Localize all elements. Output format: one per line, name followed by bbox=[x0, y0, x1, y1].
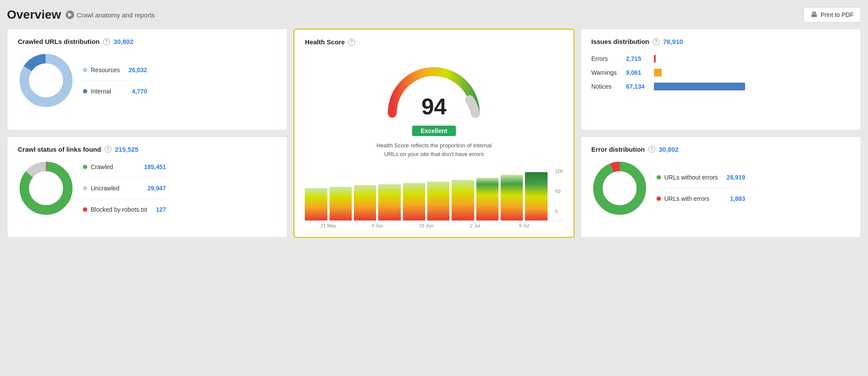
notices-bar-wrap bbox=[654, 82, 850, 91]
legend-blocked: Blocked by robots.txt 127 bbox=[83, 206, 166, 213]
svg-point-6 bbox=[29, 171, 63, 205]
with-errors-dot bbox=[657, 196, 661, 201]
page-header: Overview Crawl anatomy and reports 🖶 Pri… bbox=[7, 7, 861, 23]
issues-errors-row: Errors 2,715 bbox=[591, 54, 850, 63]
bar-label-18jun: 18 Jun bbox=[403, 223, 450, 228]
health-barchart: 100 50 0 21 May 4 Jun 18 Jun 2 Jul 9 Jul bbox=[305, 169, 563, 228]
bar-5 bbox=[403, 169, 425, 220]
error-dist-chart-section: URLs without errors 28,919 URLs with err… bbox=[591, 160, 850, 216]
bar-label-4jun: 4 Jun bbox=[354, 223, 401, 228]
bar-2 bbox=[330, 169, 352, 220]
crawled-dot bbox=[83, 165, 87, 169]
legend-crawled: Crawled 185,451 bbox=[83, 163, 166, 170]
bar-1 bbox=[305, 169, 327, 220]
bar-3 bbox=[354, 169, 376, 220]
crawled-urls-count: 30,802 bbox=[113, 38, 133, 45]
bar-label-21may: 21 May bbox=[305, 223, 352, 228]
crawled-urls-card: Crawled URLs distribution ? 30,802 Resou… bbox=[7, 29, 287, 130]
crawled-urls-svg bbox=[18, 52, 74, 109]
issues-notices-row: Notices 67,134 bbox=[591, 82, 850, 91]
health-score-title: Health Score ? bbox=[305, 38, 563, 46]
printer-icon: 🖶 bbox=[811, 11, 818, 19]
dashboard-grid: Crawled URLs distribution ? 30,802 Resou… bbox=[7, 29, 861, 238]
legend-urls-with-errors: URLs with errors 1,883 bbox=[657, 195, 746, 202]
crawl-status-count: 215,525 bbox=[115, 146, 139, 153]
crawled-urls-chart-section: Resources 26,032 Internal 4,770 bbox=[18, 52, 277, 109]
blocked-dot bbox=[83, 207, 87, 212]
bar-9 bbox=[501, 169, 523, 220]
warnings-bar bbox=[654, 69, 662, 77]
y-axis: 100 50 0 bbox=[555, 169, 563, 216]
play-icon bbox=[66, 10, 74, 19]
svg-point-2 bbox=[29, 63, 63, 97]
issues-dist-title: Issues distribution ? 78,910 bbox=[591, 38, 850, 45]
error-dist-card: Error distribution ? 30,802 URLs without… bbox=[581, 136, 861, 238]
bar-label-2jul: 2 Jul bbox=[452, 223, 498, 228]
legend-urls-no-errors: URLs without errors 28,919 bbox=[657, 174, 746, 181]
errors-bar-wrap bbox=[654, 54, 850, 63]
y-label-0: 0 bbox=[555, 209, 563, 214]
legend-resources: Resources 26,032 bbox=[83, 67, 147, 73]
issues-rows: Errors 2,715 Warnings 9,061 Notices 67,1… bbox=[591, 54, 850, 91]
notices-bar bbox=[654, 83, 745, 90]
crawl-status-card: Crawl status of links found ? 215,525 bbox=[7, 136, 287, 238]
internal-dot bbox=[83, 89, 87, 93]
health-desc: Health Score reflects the proportion of … bbox=[373, 141, 495, 158]
crawl-status-legend: Crawled 185,451 Uncrawled 29,947 Blocked… bbox=[83, 163, 166, 213]
error-dist-legend: URLs without errors 28,919 URLs with err… bbox=[657, 174, 746, 202]
health-score-help-icon[interactable]: ? bbox=[348, 39, 355, 46]
issues-dist-card: Issues distribution ? 78,910 Errors 2,71… bbox=[581, 29, 861, 130]
no-errors-dot bbox=[657, 175, 661, 180]
issues-total: 78,910 bbox=[663, 38, 683, 45]
crawl-status-donut bbox=[18, 160, 74, 216]
bar-7 bbox=[452, 169, 474, 220]
barchart-labels: 21 May 4 Jun 18 Jun 2 Jul 9 Jul bbox=[305, 223, 563, 228]
breadcrumb: Crawl anatomy and reports bbox=[66, 10, 155, 19]
health-score-card: Health Score ? bbox=[294, 29, 574, 238]
uncrawled-dot bbox=[83, 186, 87, 190]
crawl-status-chart-section: Crawled 185,451 Uncrawled 29,947 Blocked… bbox=[18, 160, 277, 216]
bar-label-9jul: 9 Jul bbox=[501, 223, 548, 228]
legend-uncrawled: Uncrawled 29,947 bbox=[83, 185, 166, 192]
issues-warnings-row: Warnings 9,061 bbox=[591, 68, 850, 77]
warnings-bar-wrap bbox=[654, 68, 850, 77]
issues-help-icon[interactable]: ? bbox=[653, 38, 660, 45]
bar-8 bbox=[476, 169, 498, 220]
legend-internal: Internal 4,770 bbox=[83, 88, 147, 95]
crawled-urls-donut bbox=[18, 52, 74, 109]
bar-6 bbox=[427, 169, 449, 220]
crawled-urls-title: Crawled URLs distribution ? 30,802 bbox=[18, 38, 277, 45]
y-label-100: 100 bbox=[555, 169, 563, 174]
error-dist-svg bbox=[591, 160, 648, 216]
error-dist-donut bbox=[591, 160, 648, 216]
excellent-badge: Excellent bbox=[412, 126, 456, 136]
health-bars: 100 50 0 bbox=[305, 169, 563, 221]
page-title: Overview bbox=[7, 8, 61, 22]
error-dist-title: Error distribution ? 30,802 bbox=[591, 146, 850, 153]
crawl-status-title: Crawl status of links found ? 215,525 bbox=[18, 146, 277, 153]
bar-10 bbox=[525, 169, 547, 220]
print-button[interactable]: 🖶 Print to PDF bbox=[803, 7, 861, 23]
resources-dot bbox=[83, 68, 87, 72]
error-dist-total: 30,802 bbox=[659, 146, 679, 153]
health-score-value: 94 bbox=[422, 95, 447, 118]
print-label: Print to PDF bbox=[821, 11, 854, 18]
svg-point-9 bbox=[603, 171, 637, 205]
health-score-content: 94 Excellent Health Score reflects the p… bbox=[305, 53, 563, 228]
bar-4 bbox=[378, 169, 400, 220]
health-gauge: 94 bbox=[377, 57, 490, 122]
breadcrumb-text: Crawl anatomy and reports bbox=[77, 11, 155, 19]
y-label-50: 50 bbox=[555, 189, 563, 194]
errors-bar bbox=[654, 55, 656, 63]
crawled-urls-help-icon[interactable]: ? bbox=[103, 38, 110, 45]
crawled-urls-legend: Resources 26,032 Internal 4,770 bbox=[83, 67, 147, 95]
error-dist-help-icon[interactable]: ? bbox=[648, 146, 655, 153]
crawl-status-help-icon[interactable]: ? bbox=[105, 146, 112, 153]
crawl-status-svg bbox=[18, 160, 74, 216]
header-left: Overview Crawl anatomy and reports bbox=[7, 8, 155, 22]
